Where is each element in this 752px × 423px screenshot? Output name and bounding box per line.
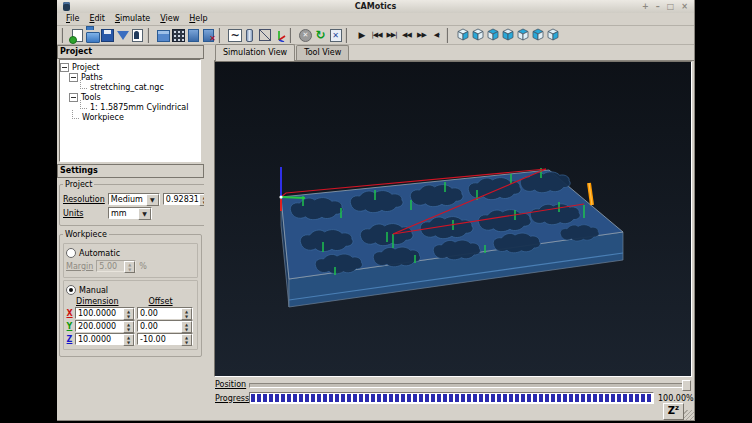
manual-radio[interactable] — [66, 285, 76, 295]
title-bar[interactable]: CAMotics + – □ × — [57, 0, 694, 14]
toolbar-separator — [446, 28, 453, 43]
open-project-button[interactable] — [85, 28, 100, 43]
view-isometric-button[interactable] — [455, 28, 470, 43]
slider-groove — [249, 383, 691, 388]
tab-tool-view[interactable]: Tool View — [296, 45, 349, 60]
show-tool-button[interactable] — [242, 28, 257, 43]
stop-button[interactable]: ✕ — [298, 28, 313, 43]
position-label[interactable]: Position — [215, 380, 248, 389]
menu-file[interactable]: File — [61, 13, 84, 25]
collapse-icon[interactable] — [60, 63, 69, 72]
show-slab-button[interactable] — [186, 28, 201, 43]
progress-label[interactable]: Progress — [215, 394, 248, 403]
shade-button[interactable]: + — [642, 0, 649, 13]
units-label[interactable]: Units — [63, 209, 105, 218]
export-button[interactable] — [115, 28, 130, 43]
minimize-button[interactable]: – — [656, 0, 660, 13]
spinner-arrows-icon[interactable]: ▲▼ — [181, 334, 192, 346]
direction-button[interactable]: ◀· — [429, 28, 444, 43]
tree-item-paths[interactable]: Paths — [69, 72, 200, 82]
close-button[interactable]: × — [681, 0, 688, 13]
chevron-down-icon[interactable]: ▼ — [138, 208, 151, 220]
menu-edit[interactable]: Edit — [84, 13, 110, 25]
view-back-button[interactable] — [485, 28, 500, 43]
spinner-arrows-icon[interactable]: ▲▼ — [181, 308, 192, 320]
spinner-arrows-icon[interactable]: ▲▼ — [123, 334, 134, 346]
margin-unit-label: % — [139, 262, 147, 271]
resolution-label[interactable]: Resolution — [63, 195, 105, 204]
view-tab-bar: Simulation View Tool View — [214, 45, 694, 61]
view-top-button[interactable] — [530, 28, 545, 43]
spinner-arrows-icon[interactable]: ▲▼ — [123, 321, 134, 333]
panel-splitter[interactable] — [204, 45, 214, 420]
collapse-icon[interactable] — [69, 73, 78, 82]
view-right-button[interactable] — [515, 28, 530, 43]
offset-header[interactable]: Offset — [149, 297, 173, 306]
view-left-button[interactable] — [500, 28, 515, 43]
tree-item-tools[interactable]: Tools — [69, 92, 200, 102]
progress-percent: 100.00% — [658, 394, 694, 403]
z-axis-row: Z 10.0000▲▼ -10.00▲▼ — [66, 333, 195, 345]
slider-handle[interactable] — [682, 380, 691, 391]
resize-grip[interactable] — [684, 410, 694, 420]
clear-button[interactable]: ✕ — [328, 28, 343, 43]
show-surface-button[interactable] — [171, 28, 186, 43]
z-dimension-spinbox[interactable]: 10.0000▲▼ — [75, 333, 135, 345]
step-back-button[interactable]: ◀◀ — [399, 28, 414, 43]
toolbar: ~ ✕ ↻ ✕ ▶ |◀◀ ▶▶| ◀◀ ▶▶ ◀· — [57, 26, 694, 45]
tool-table-button[interactable] — [130, 28, 145, 43]
z-axis-label[interactable]: Z — [66, 335, 73, 344]
x-offset-spinbox[interactable]: 0.00▲▼ — [137, 307, 193, 319]
spinner-arrows-icon[interactable]: ▲▼ — [181, 321, 192, 333]
menu-simulate[interactable]: Simulate — [110, 13, 155, 25]
reload-button[interactable]: ↻ — [313, 28, 328, 43]
tree-item-tool-1[interactable]: 1: 1.5875mm Cylindrical — [77, 102, 200, 112]
new-project-button[interactable] — [70, 28, 85, 43]
seek-end-button[interactable]: ▶▶| — [384, 28, 399, 43]
cube-isometric-icon — [456, 28, 470, 42]
hide-slab-button[interactable] — [201, 28, 216, 43]
project-group-legend: Project — [63, 180, 94, 189]
tree-connector — [72, 110, 79, 119]
slab-icon — [188, 29, 199, 42]
project-settings-group: Project Resolution Medium ▼ 0.928318 ▲▼ … — [59, 180, 215, 226]
view-bottom-button[interactable] — [545, 28, 560, 43]
tree-item-project[interactable]: Project — [60, 62, 200, 72]
tree-item-workpiece[interactable]: Workpiece — [69, 112, 200, 122]
view-front-button[interactable] — [470, 28, 485, 43]
units-select[interactable]: mm ▼ — [108, 207, 152, 219]
funnel-icon — [117, 31, 129, 40]
chevron-down-icon[interactable]: ▼ — [146, 194, 159, 206]
automatic-radio[interactable] — [66, 248, 76, 258]
simulation-3d-viewport[interactable] — [214, 61, 692, 377]
position-slider[interactable] — [249, 379, 691, 389]
y-offset-spinbox[interactable]: 0.00▲▼ — [137, 320, 193, 332]
dimension-header[interactable]: Dimension — [76, 297, 119, 306]
maximize-button[interactable]: □ — [667, 0, 675, 13]
y-axis-label[interactable]: Y — [66, 322, 73, 331]
x-dimension-spinbox[interactable]: 100.0000▲▼ — [75, 307, 135, 319]
show-bounds-button[interactable] — [257, 28, 272, 43]
axes-icon — [273, 29, 286, 42]
show-toolpath-button[interactable]: ~ — [227, 28, 242, 43]
show-workpiece-button[interactable] — [156, 28, 171, 43]
play-icon: ▶ — [359, 30, 365, 40]
play-button[interactable]: ▶ — [354, 28, 369, 43]
menu-help[interactable]: Help — [184, 13, 212, 25]
z-offset-spinbox[interactable]: -10.00▲▼ — [137, 333, 193, 345]
y-dimension-spinbox[interactable]: 200.0000▲▼ — [75, 320, 135, 332]
show-axes-button[interactable] — [272, 28, 287, 43]
seek-start-button[interactable]: |◀◀ — [369, 28, 384, 43]
spinner-arrows-icon[interactable]: ▲▼ — [123, 308, 134, 320]
workpiece-icon — [157, 30, 170, 42]
menu-view[interactable]: View — [155, 13, 184, 25]
resolution-select[interactable]: Medium ▼ — [108, 193, 160, 205]
tab-simulation-view[interactable]: Simulation View — [215, 44, 295, 61]
save-project-button[interactable] — [100, 28, 115, 43]
x-axis-label[interactable]: X — [66, 309, 73, 318]
tree-item-ngc-file[interactable]: stretching_cat.ngc — [77, 82, 200, 92]
collapse-icon[interactable] — [69, 93, 78, 102]
fast-forward-button[interactable]: ▶▶ — [414, 28, 429, 43]
cube-top-icon — [531, 28, 545, 42]
machine-idle-badge[interactable]: Zz — [663, 403, 684, 420]
